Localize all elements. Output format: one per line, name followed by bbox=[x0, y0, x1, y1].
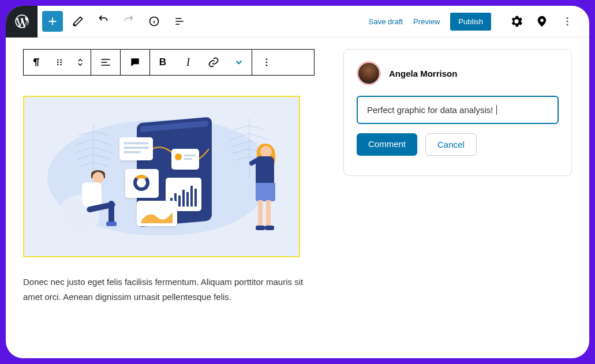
more-menu-button[interactable] bbox=[557, 11, 578, 32]
svg-point-2 bbox=[567, 21, 568, 22]
chevron-down-icon bbox=[234, 57, 244, 67]
preview-link[interactable]: Preview bbox=[413, 17, 440, 26]
outline-button[interactable] bbox=[169, 11, 190, 32]
left-column: B I ✓ bbox=[23, 49, 315, 305]
gear-icon bbox=[510, 15, 523, 28]
paragraph-block[interactable]: Donec nec justo eget felis facilisis fer… bbox=[23, 275, 315, 305]
pencil-icon bbox=[72, 16, 84, 27]
comment-input[interactable]: Perfect graphic for data analysis! bbox=[357, 96, 559, 124]
svg-point-10 bbox=[266, 58, 268, 60]
italic-button[interactable]: I bbox=[175, 50, 201, 75]
svg-point-9 bbox=[60, 64, 61, 65]
svg-point-11 bbox=[266, 62, 268, 63]
avatar bbox=[357, 61, 381, 85]
publish-button[interactable]: Publish bbox=[450, 13, 491, 31]
bold-button[interactable]: B bbox=[150, 50, 175, 75]
wordpress-icon bbox=[14, 13, 30, 29]
more-format-button[interactable] bbox=[226, 50, 252, 75]
plus-icon bbox=[46, 15, 59, 28]
editor-frame: Save draft Preview Publish bbox=[6, 6, 589, 358]
redo-button[interactable] bbox=[118, 11, 139, 32]
link-button[interactable] bbox=[201, 50, 226, 75]
settings-button[interactable] bbox=[506, 11, 527, 32]
comment-submit-button[interactable]: Comment bbox=[357, 133, 417, 156]
commenter-name: Angela Morrison bbox=[389, 69, 457, 78]
plugin-button[interactable] bbox=[532, 11, 552, 32]
undo-button[interactable] bbox=[93, 11, 114, 32]
image-block-selected[interactable]: ✓ bbox=[23, 96, 300, 257]
move-buttons[interactable] bbox=[70, 50, 91, 75]
svg-rect-17 bbox=[184, 155, 196, 156]
drag-handle[interactable] bbox=[49, 50, 70, 75]
drag-icon bbox=[55, 58, 64, 67]
kebab-icon bbox=[261, 57, 272, 67]
link-icon bbox=[208, 57, 219, 68]
svg-point-5 bbox=[57, 62, 58, 63]
svg-rect-14 bbox=[124, 147, 149, 149]
redo-icon bbox=[123, 16, 134, 27]
svg-point-12 bbox=[266, 65, 268, 66]
bold-icon: B bbox=[159, 57, 166, 68]
undo-icon bbox=[98, 16, 109, 27]
editor-content: B I ✓ bbox=[6, 37, 589, 317]
italic-icon: I bbox=[186, 57, 190, 69]
svg-rect-18 bbox=[184, 158, 192, 160]
align-button[interactable] bbox=[91, 50, 120, 75]
comment-tool-button[interactable] bbox=[121, 50, 149, 75]
info-button[interactable] bbox=[144, 11, 164, 32]
edit-mode-button[interactable] bbox=[68, 11, 88, 32]
align-left-icon bbox=[100, 57, 111, 68]
svg-point-6 bbox=[57, 64, 58, 65]
save-draft-link[interactable]: Save draft bbox=[369, 17, 403, 26]
comment-cancel-button[interactable]: Cancel bbox=[425, 133, 477, 156]
top-toolbar: Save draft Preview Publish bbox=[6, 6, 589, 37]
paragraph-icon bbox=[31, 57, 42, 68]
svg-point-7 bbox=[60, 59, 61, 61]
location-icon bbox=[536, 15, 548, 28]
comment-icon bbox=[129, 57, 141, 68]
illustration: ✓ bbox=[24, 97, 299, 256]
kebab-icon bbox=[562, 16, 573, 27]
svg-rect-13 bbox=[124, 142, 149, 144]
info-icon bbox=[148, 16, 160, 27]
add-block-button[interactable] bbox=[42, 11, 63, 32]
svg-point-3 bbox=[567, 24, 568, 25]
svg-rect-15 bbox=[124, 151, 141, 153]
block-more-button[interactable] bbox=[252, 50, 281, 75]
chevrons-icon bbox=[76, 57, 85, 68]
wordpress-logo[interactable] bbox=[6, 6, 38, 37]
list-icon bbox=[174, 16, 185, 27]
svg-point-8 bbox=[60, 62, 61, 63]
svg-point-1 bbox=[567, 17, 568, 19]
svg-point-4 bbox=[57, 59, 58, 61]
svg-point-16 bbox=[175, 153, 182, 160]
block-type-button[interactable] bbox=[24, 50, 49, 75]
comment-card: Angela Morrison Perfect graphic for data… bbox=[343, 49, 572, 176]
block-toolbar: B I bbox=[23, 49, 315, 76]
